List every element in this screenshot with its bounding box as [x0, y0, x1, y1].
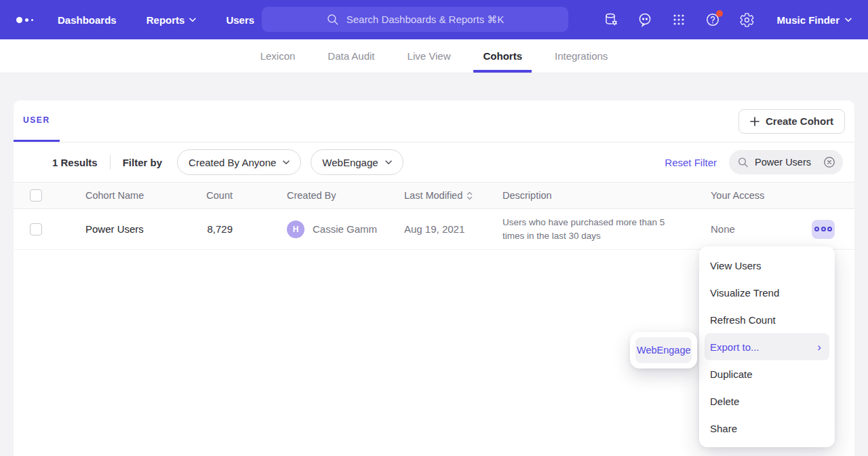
chevron-down-icon [845, 18, 852, 22]
navbar-right: Music Finder [603, 12, 852, 28]
search-icon [326, 13, 340, 26]
created-by-filter-value: Created By Anyone [189, 157, 276, 168]
chevron-down-icon [385, 160, 392, 165]
menu-item-refresh-count[interactable]: Refresh Count [699, 306, 835, 333]
notification-badge [716, 10, 723, 17]
results-count: 1 Results [52, 157, 98, 168]
create-cohort-button[interactable]: Create Cohort [738, 109, 845, 134]
creator-name: Cassie Gamm [313, 223, 377, 235]
menu-item-visualize-trend[interactable]: Visualize Trend [699, 279, 835, 306]
row-checkbox[interactable] [30, 223, 42, 235]
filter-toolbar: 1 Results Filter by Created By Anyone We… [14, 142, 854, 182]
menu-item-view-users[interactable]: View Users [699, 252, 835, 279]
export-submenu: WebEngage [630, 332, 697, 368]
primary-nav: Dashboards Reports Users [58, 14, 254, 26]
dot [827, 227, 832, 231]
settings-icon[interactable] [738, 12, 755, 28]
nav-item-label: Users [226, 14, 254, 26]
tab-integrations[interactable]: Integrations [538, 39, 624, 73]
source-filter-dropdown[interactable]: WebEngage [311, 149, 403, 175]
section-tabbar: Lexicon Data Audit Live View Cohorts Int… [0, 39, 868, 73]
created-by-filter-dropdown[interactable]: Created By Anyone [177, 149, 301, 175]
clear-search-button[interactable] [823, 155, 836, 169]
chevron-down-icon [283, 160, 290, 165]
row-actions-button[interactable] [812, 220, 835, 239]
avatar: H [287, 221, 304, 238]
menu-item-duplicate[interactable]: Duplicate [699, 360, 835, 387]
description-cell: Users who have purchased more than 5 tim… [489, 216, 697, 242]
dot [821, 227, 826, 231]
global-search-input[interactable]: Search Dashboards & Reports ⌘K [262, 7, 568, 32]
tab-live-view[interactable]: Live View [391, 39, 467, 73]
nav-item-reports[interactable]: Reports [146, 14, 197, 26]
filter-by-label: Filter by [123, 157, 162, 168]
tab-data-audit[interactable]: Data Audit [311, 39, 391, 73]
cohort-search-input[interactable] [755, 157, 817, 168]
reset-filter-link[interactable]: Reset Filter [665, 157, 717, 168]
logo-dot [16, 17, 22, 23]
project-switcher[interactable]: Music Finder [776, 14, 852, 26]
search-icon [737, 156, 749, 169]
clear-circle-icon [823, 155, 836, 169]
col-header-created-by: Created By [273, 190, 391, 201]
col-header-description: Description [489, 190, 697, 201]
help-icon[interactable] [705, 12, 721, 28]
mixpanel-logo-icon[interactable] [16, 17, 33, 23]
nav-item-dashboards[interactable]: Dashboards [58, 14, 117, 26]
submenu-item-webengage[interactable]: WebEngage [635, 337, 692, 363]
divider [110, 155, 111, 170]
logo-dot [31, 19, 33, 21]
cohort-table-row[interactable]: Power Users 8,729 H Cassie Gamm Aug 19, … [14, 209, 854, 250]
apps-grid-icon[interactable] [671, 12, 687, 28]
logo-dot [25, 18, 28, 22]
col-header-last-modified[interactable]: Last Modified [391, 190, 489, 201]
cohort-count-cell: 8,729 [205, 223, 273, 235]
col-header-cohort-name: Cohort Name [72, 190, 205, 201]
menu-item-export-to[interactable]: Export to... › [705, 333, 829, 360]
col-header-label: Last Modified [404, 190, 462, 201]
menu-item-label: Export to... [710, 341, 760, 353]
col-header-your-access: Your Access [697, 190, 799, 201]
menu-item-share[interactable]: Share [699, 415, 835, 442]
global-search-placeholder: Search Dashboards & Reports ⌘K [347, 14, 505, 26]
sort-icon [467, 191, 473, 200]
table-header-row: Cohort Name Count Created By Last Modifi… [14, 182, 854, 209]
plus-icon [750, 117, 760, 126]
cohort-name-cell[interactable]: Power Users [72, 223, 205, 235]
created-by-cell: H Cassie Gamm [273, 221, 391, 238]
col-header-count: Count [205, 190, 273, 201]
chevron-right-icon: › [817, 341, 821, 353]
tab-lexicon[interactable]: Lexicon [244, 39, 312, 73]
row-actions-menu: View Users Visualize Trend Refresh Count… [699, 246, 835, 447]
create-cohort-label: Create Cohort [766, 115, 833, 127]
tab-cohorts[interactable]: Cohorts [467, 39, 538, 73]
top-navbar: Dashboards Reports Users Search Dashboar… [0, 0, 868, 39]
cohort-search-box [729, 150, 843, 174]
last-modified-cell: Aug 19, 2021 [391, 223, 489, 235]
nav-item-users[interactable]: Users [226, 14, 254, 26]
tab-user-cohorts[interactable]: USER [14, 100, 60, 142]
nav-item-label: Dashboards [58, 14, 117, 26]
select-all-checkbox[interactable] [30, 189, 42, 202]
source-filter-value: WebEngage [322, 157, 378, 168]
card-header: USER Create Cohort [14, 100, 854, 142]
chevron-down-icon [189, 18, 196, 22]
data-management-icon[interactable] [603, 12, 619, 28]
project-name: Music Finder [776, 14, 840, 26]
messages-icon[interactable] [637, 12, 653, 28]
nav-item-label: Reports [146, 14, 185, 26]
dot [814, 227, 819, 231]
your-access-cell: None [697, 223, 799, 235]
menu-item-delete[interactable]: Delete [699, 387, 835, 415]
